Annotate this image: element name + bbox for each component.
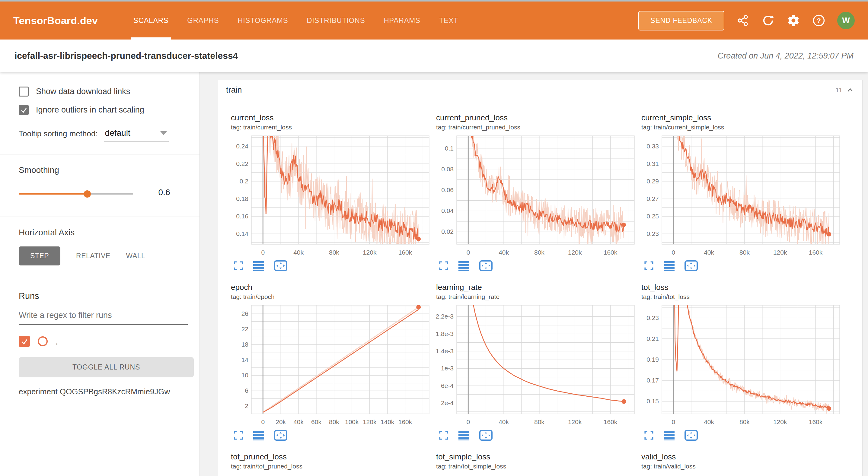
data-series-list-icon[interactable] — [253, 430, 265, 440]
data-series-list-icon[interactable] — [253, 261, 265, 271]
chart-canvas[interactable] — [641, 472, 842, 476]
svg-text:0.1: 0.1 — [445, 145, 454, 152]
chevron-down-icon — [160, 131, 167, 135]
chart-tag: tag: train/learning_rate — [436, 293, 640, 301]
charts-grid: current_loss tag: train/current_loss 0.1… — [218, 100, 862, 476]
svg-text:1e-3: 1e-3 — [441, 365, 454, 372]
chart-card: valid_loss tag: train/valid_loss — [640, 451, 845, 476]
chart-canvas[interactable]: 0.140.160.180.20.220.24040k80k120k160k — [231, 133, 432, 258]
share-icon[interactable] — [736, 13, 750, 27]
svg-text:120k: 120k — [773, 418, 787, 425]
chart-canvas[interactable]: 0.020.040.060.080.1040k80k120k160k — [436, 133, 637, 258]
chart-canvas[interactable]: 2e-46e-41e-31.4e-31.8e-32.2e-3040k80k120… — [436, 303, 637, 427]
svg-text:0.31: 0.31 — [647, 160, 659, 167]
chart-card: current_loss tag: train/current_loss 0.1… — [230, 112, 435, 272]
chart-canvas[interactable]: 0.150.170.190.210.23040k80k120k160k — [641, 303, 842, 427]
chart-canvas[interactable]: 261014182226020k40k60k80k100k120k140k160… — [231, 303, 432, 427]
smoothing-value-input[interactable]: 0.6 — [146, 188, 182, 200]
chart-canvas[interactable] — [231, 472, 432, 476]
tab-histograms[interactable]: HISTOGRAMS — [238, 1, 288, 39]
svg-text:26: 26 — [242, 310, 248, 317]
chart-title: tot_pruned_loss — [231, 451, 435, 462]
expand-chart-icon[interactable] — [438, 261, 449, 271]
svg-text:0: 0 — [261, 418, 265, 425]
chart-canvas[interactable] — [436, 472, 637, 476]
svg-text:160k: 160k — [809, 249, 823, 256]
chart-toolbar — [641, 430, 845, 441]
svg-text:0.29: 0.29 — [647, 178, 659, 185]
ignore-outliers-row[interactable]: Ignore outliers in chart scaling — [19, 105, 182, 115]
fit-domain-icon[interactable] — [479, 260, 493, 272]
data-series-list-icon[interactable] — [458, 261, 470, 271]
svg-text:0: 0 — [672, 249, 675, 256]
slider-fill — [19, 193, 87, 195]
data-series-list-icon[interactable] — [663, 430, 675, 440]
show-download-links-checkbox[interactable] — [19, 87, 29, 97]
smoothing-slider[interactable] — [19, 190, 133, 198]
expand-chart-icon[interactable] — [644, 261, 654, 271]
train-group-header[interactable]: train 11 — [218, 80, 862, 100]
send-feedback-button[interactable]: SEND FEEDBACK — [638, 11, 724, 30]
tab-text[interactable]: TEXT — [439, 1, 459, 39]
experiment-id-label: experiment QOGSPBgsR8KzcRMmie9JGw — [19, 387, 182, 396]
svg-text:6e-4: 6e-4 — [441, 382, 454, 389]
svg-text:160k: 160k — [809, 418, 823, 425]
svg-text:0: 0 — [466, 249, 470, 256]
slider-thumb[interactable] — [84, 190, 91, 198]
chart-canvas[interactable]: 0.230.250.270.290.310.33040k80k120k160k — [641, 133, 842, 258]
svg-text:120k: 120k — [568, 249, 582, 256]
fit-domain-icon[interactable] — [274, 430, 288, 441]
chart-card: tot_loss tag: train/tot_loss 0.150.170.1… — [640, 282, 845, 441]
chart-title: learning_rate — [436, 282, 640, 293]
nav-tabs: SCALARS GRAPHS HISTOGRAMS DISTRIBUTIONS … — [133, 1, 477, 39]
settings-gear-icon[interactable] — [786, 13, 800, 27]
svg-text:2.2e-3: 2.2e-3 — [436, 313, 454, 320]
axis-wall-button[interactable]: WALL — [126, 247, 146, 265]
svg-text:80k: 80k — [739, 418, 750, 425]
chart-title: tot_simple_loss — [436, 451, 640, 462]
svg-text:0.08: 0.08 — [441, 166, 454, 172]
ignore-outliers-label: Ignore outliers in chart scaling — [36, 105, 144, 115]
ignore-outliers-checkbox[interactable] — [19, 105, 29, 115]
expand-chart-icon[interactable] — [438, 430, 449, 440]
chart-title: epoch — [231, 282, 435, 293]
run-color-swatch — [38, 336, 48, 346]
expand-chart-icon[interactable] — [233, 261, 244, 271]
chevron-up-icon[interactable] — [846, 86, 855, 94]
toggle-all-runs-button[interactable]: TOGGLE ALL RUNS — [19, 357, 194, 377]
fit-domain-icon[interactable] — [479, 430, 493, 441]
fit-domain-icon[interactable] — [684, 430, 698, 441]
run-row[interactable]: . — [19, 336, 182, 347]
svg-text:80k: 80k — [739, 249, 750, 256]
axis-relative-button[interactable]: RELATIVE — [76, 247, 111, 265]
tab-hparams[interactable]: HPARAMS — [383, 1, 420, 39]
help-icon[interactable]: ? — [812, 13, 826, 27]
run-checkbox[interactable] — [19, 336, 30, 347]
tooltip-sorting-select[interactable]: default — [104, 128, 169, 141]
tab-graphs[interactable]: GRAPHS — [187, 1, 219, 39]
tab-scalars[interactable]: SCALARS — [133, 1, 168, 39]
svg-text:160k: 160k — [398, 249, 412, 256]
runs-filter-input[interactable] — [19, 309, 188, 325]
chart-tag: tag: train/current_loss — [231, 123, 435, 131]
svg-text:0.02: 0.02 — [441, 228, 454, 235]
chart-card: epoch tag: train/epoch 261014182226020k4… — [230, 282, 435, 441]
chart-tag: tag: train/tot_loss — [641, 293, 845, 301]
axis-step-button[interactable]: STEP — [19, 247, 60, 265]
show-download-links-row[interactable]: Show data download links — [19, 87, 182, 97]
data-series-list-icon[interactable] — [663, 261, 675, 271]
svg-text:0: 0 — [466, 418, 470, 425]
user-avatar[interactable]: W — [837, 12, 855, 29]
chart-card: tot_simple_loss tag: train/tot_simple_lo… — [435, 451, 640, 476]
data-series-list-icon[interactable] — [458, 430, 470, 440]
refresh-icon[interactable] — [761, 13, 775, 27]
tab-distributions[interactable]: DISTRIBUTIONS — [307, 1, 365, 39]
fit-domain-icon[interactable] — [274, 260, 288, 272]
svg-text:18: 18 — [242, 341, 248, 348]
svg-text:80k: 80k — [534, 418, 545, 425]
train-group-card: train 11 current_loss tag: train/current… — [218, 80, 863, 476]
fit-domain-icon[interactable] — [684, 260, 698, 272]
expand-chart-icon[interactable] — [644, 430, 654, 440]
chart-card: learning_rate tag: train/learning_rate 2… — [435, 282, 640, 441]
expand-chart-icon[interactable] — [233, 430, 244, 440]
